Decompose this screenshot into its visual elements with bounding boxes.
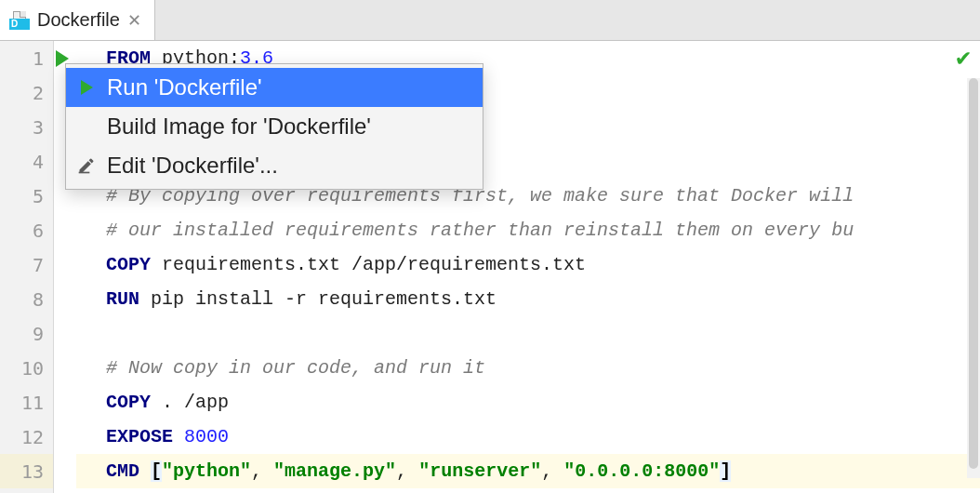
code-line[interactable]: COPY . /app: [76, 385, 980, 420]
line-number-gutter: 12345678910111213: [0, 41, 54, 493]
context-menu-item[interactable]: Run 'Dockerfile': [66, 68, 483, 107]
line-number: 6: [0, 213, 53, 247]
scrollbar-thumb[interactable]: [969, 78, 978, 469]
close-icon[interactable]: ✕: [127, 10, 141, 31]
run-icon: [75, 76, 98, 99]
line-number: 5: [0, 179, 53, 213]
line-number: 1: [0, 41, 53, 75]
line-number: 7: [0, 247, 53, 282]
line-number: 8: [0, 282, 53, 316]
line-number: 13: [0, 454, 53, 488]
tab-title: Dockerfile: [37, 9, 120, 31]
context-menu-item-label: Build Image for 'Dockerfile': [107, 113, 371, 140]
editor-tab[interactable]: D Dockerfile ✕: [0, 0, 155, 40]
edit-icon: [75, 154, 98, 177]
tab-bar: D Dockerfile ✕: [0, 0, 980, 41]
code-line[interactable]: RUN pip install -r requirements.txt: [76, 282, 980, 316]
svg-rect-0: [79, 172, 90, 174]
blank-icon: [75, 115, 98, 138]
code-line[interactable]: [76, 316, 980, 351]
context-menu-item[interactable]: Build Image for 'Dockerfile': [66, 107, 483, 146]
line-number: 12: [0, 420, 53, 454]
context-menu-item[interactable]: Edit 'Dockerfile'...: [66, 146, 483, 185]
line-number: 4: [0, 144, 53, 179]
code-line[interactable]: EXPOSE 8000: [76, 420, 980, 454]
context-menu[interactable]: Run 'Dockerfile'Build Image for 'Dockerf…: [65, 63, 483, 190]
line-number: 3: [0, 110, 53, 144]
context-menu-item-label: Run 'Dockerfile': [107, 74, 262, 100]
code-line[interactable]: CMD ["python", "manage.py", "runserver",…: [76, 454, 980, 488]
vertical-scrollbar[interactable]: [967, 78, 980, 478]
line-number: 11: [0, 385, 53, 420]
line-number: 9: [0, 316, 53, 351]
validation-ok-icon: ✔: [956, 43, 971, 73]
line-number: 2: [0, 75, 53, 110]
context-menu-item-label: Edit 'Dockerfile'...: [107, 153, 278, 179]
line-number: 10: [0, 351, 53, 385]
dockerfile-icon: D: [9, 11, 30, 30]
code-line[interactable]: COPY requirements.txt /app/requirements.…: [76, 247, 980, 282]
code-line[interactable]: # our installed requirements rather than…: [76, 213, 980, 247]
code-line[interactable]: # Now copy in our code, and run it: [76, 351, 980, 385]
